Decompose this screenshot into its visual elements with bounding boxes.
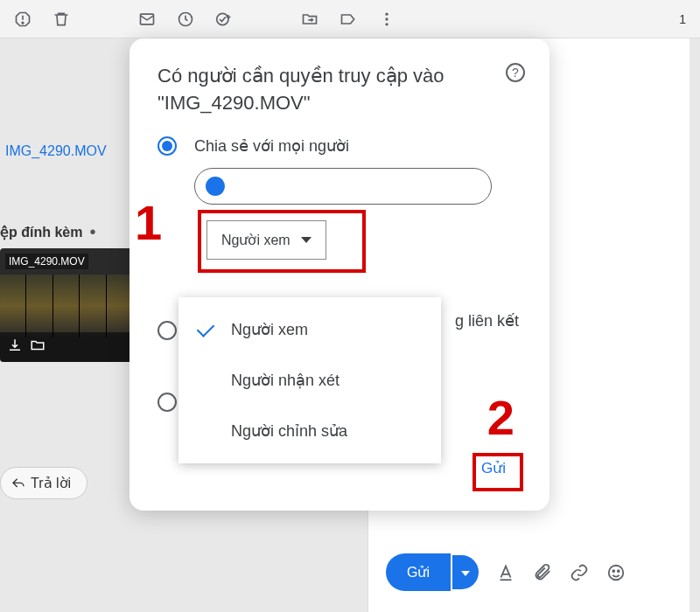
svg-point-7: [385, 17, 388, 20]
labels-icon[interactable]: [340, 10, 357, 28]
compose-toolbar: Gửi: [386, 553, 672, 591]
move-to-icon[interactable]: [301, 10, 318, 28]
option2-partial-label: g liên kết: [455, 311, 519, 330]
option1-label: Chia sẻ với mọi người: [194, 136, 349, 156]
svg-point-12: [618, 570, 620, 572]
people-input[interactable]: [194, 168, 492, 205]
thumbnail-preview: [0, 275, 133, 337]
person-avatar-icon: [206, 177, 225, 196]
reply-label: Trả lời: [31, 475, 71, 491]
page-indicator: 1: [679, 12, 686, 26]
thumbnail-actions: [0, 332, 133, 362]
svg-point-6: [385, 12, 388, 15]
permission-selected-value: Người xem: [221, 232, 290, 248]
annotation-number-1: 1: [135, 194, 162, 251]
attachment-section: ệp đính kèm •: [0, 222, 95, 242]
annotation-number-2: 2: [487, 389, 514, 446]
compose-send-button[interactable]: Gửi: [386, 553, 451, 591]
radio-link[interactable]: [158, 321, 177, 340]
download-icon[interactable]: [7, 337, 23, 357]
insert-emoji-icon[interactable]: [606, 563, 626, 582]
mark-unread-icon[interactable]: [138, 10, 156, 28]
svg-point-10: [609, 565, 624, 580]
add-task-icon[interactable]: [215, 10, 233, 28]
format-text-icon[interactable]: [496, 563, 515, 582]
permission-dropdown-menu: Người xem Người nhận xét Người chỉnh sửa: [178, 297, 441, 463]
svg-point-8: [385, 23, 388, 25]
svg-point-5: [217, 13, 228, 24]
radio-no-share[interactable]: [158, 393, 177, 412]
option-share-with-people[interactable]: Chia sẻ với mọi người: [158, 136, 522, 156]
reply-button[interactable]: Trả lời: [0, 467, 88, 499]
options-dot-icon[interactable]: •: [89, 222, 95, 242]
radio-share-people[interactable]: [158, 136, 177, 156]
svg-rect-9: [500, 579, 512, 581]
permission-selector[interactable]: Người xem: [206, 220, 326, 260]
dropdown-item-editor[interactable]: Người chỉnh sửa: [178, 406, 441, 456]
email-toolbar: 1: [0, 0, 700, 38]
more-icon[interactable]: [378, 10, 396, 28]
attachment-label: ệp đính kèm: [0, 224, 82, 240]
svg-point-11: [612, 570, 614, 572]
snooze-icon[interactable]: [177, 10, 194, 28]
help-icon[interactable]: ?: [506, 63, 525, 82]
dropdown-item-commenter[interactable]: Người nhận xét: [178, 355, 441, 406]
reply-arrow-icon: [11, 476, 25, 490]
dialog-title: Có người cần quyền truy cập vào "IMG_429…: [158, 63, 495, 117]
save-drive-icon[interactable]: [30, 337, 46, 357]
dialog-send-button[interactable]: Gửi: [471, 452, 516, 484]
compose-send-dropdown[interactable]: [452, 555, 479, 589]
attachment-thumbnail[interactable]: IMG_4290.MOV: [0, 248, 133, 362]
attach-file-icon[interactable]: [533, 563, 552, 582]
share-permission-dialog: Có người cần quyền truy cập vào "IMG_429…: [130, 38, 550, 511]
thumbnail-filename: IMG_4290.MOV: [5, 254, 88, 269]
dropdown-item-viewer[interactable]: Người xem: [178, 304, 441, 355]
svg-point-2: [22, 22, 24, 24]
file-link[interactable]: IMG_4290.MOV: [5, 143, 107, 159]
delete-icon[interactable]: [52, 10, 70, 28]
insert-link-icon[interactable]: [570, 563, 589, 582]
spam-icon[interactable]: [14, 10, 32, 28]
